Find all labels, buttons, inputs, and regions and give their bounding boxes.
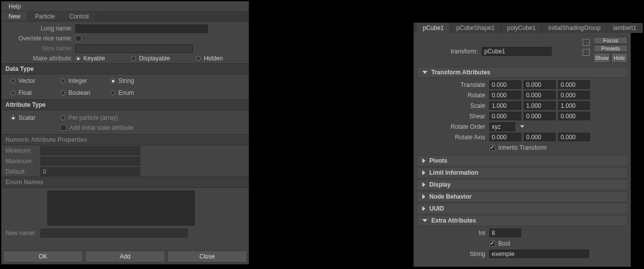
node-behavior-header[interactable]: Node Behavior (417, 191, 628, 202)
extra-bool-label: Bool (498, 240, 510, 247)
enum-names-list[interactable] (47, 191, 195, 226)
radio-integer[interactable] (60, 78, 65, 83)
pivots-header[interactable]: Pivots (417, 155, 628, 166)
extra-int-input[interactable] (489, 229, 521, 237)
numeric-props-header: Numeric Attribute Properties (1, 134, 249, 145)
shear-y-input[interactable] (524, 112, 556, 120)
select-output-icon[interactable] (583, 49, 590, 56)
override-nice-name-checkbox[interactable] (75, 35, 81, 41)
rotate-axis-y-input[interactable] (524, 133, 556, 141)
long-name-label: Long name: (5, 25, 75, 32)
chevron-right-icon (422, 182, 425, 187)
limit-info-header[interactable]: Limit Information (417, 167, 628, 178)
close-button[interactable]: Close (167, 251, 247, 263)
inherits-transform-label: Inherits Transform (498, 144, 547, 151)
extra-attributes-label: Extra Attributes (431, 217, 476, 224)
translate-x-input[interactable] (489, 80, 521, 89)
rotate-axis-label: Rotate Axis (417, 134, 489, 141)
chevron-down-icon (422, 219, 427, 222)
rotate-axis-x-input[interactable] (489, 133, 521, 141)
data-type-header: Data Type (1, 63, 249, 74)
presets-button[interactable]: Presets (594, 45, 628, 52)
translate-y-input[interactable] (524, 80, 556, 89)
radio-hidden[interactable] (196, 56, 201, 61)
translate-label: Translate (417, 81, 489, 88)
chevron-right-icon (422, 194, 425, 199)
translate-z-input[interactable] (558, 80, 590, 89)
rotate-axis-z-input[interactable] (558, 133, 590, 141)
radio-string[interactable] (110, 78, 115, 83)
add-initial-state-label: Add initial state attribute (69, 124, 133, 131)
hide-button[interactable]: Hide (611, 53, 628, 63)
default-input[interactable] (40, 167, 140, 176)
radio-boolean[interactable] (60, 90, 65, 95)
tab-pcube1[interactable]: pCube1 (417, 23, 450, 33)
add-button[interactable]: Add (85, 251, 165, 263)
scale-label: Scale (417, 102, 489, 109)
radio-scalar[interactable] (10, 115, 15, 120)
chevron-right-icon (422, 206, 425, 211)
scale-x-input[interactable] (489, 101, 521, 110)
uuid-label: UUID (429, 205, 444, 212)
uuid-header[interactable]: UUID (417, 203, 628, 214)
transform-attributes-header[interactable]: Transform Attributes (417, 67, 628, 78)
tab-new[interactable]: New (1, 11, 28, 21)
long-name-input[interactable] (75, 24, 208, 33)
tab-control[interactable]: Control (62, 11, 96, 21)
node-behavior-label: Node Behavior (429, 193, 472, 200)
new-name-input[interactable] (40, 229, 188, 238)
select-input-icon[interactable] (583, 39, 590, 46)
default-label: Default: (5, 168, 40, 175)
tab-polycube1[interactable]: polyCube1 (501, 23, 542, 33)
menu-help[interactable]: Help (4, 2, 25, 11)
rotate-x-input[interactable] (489, 91, 521, 99)
radio-vector[interactable] (10, 78, 15, 83)
add-attribute-dialog: Help New Particle Control Long name: Ove… (1, 1, 249, 265)
radio-scalar-label: Scalar (18, 114, 35, 121)
extra-bool-checkbox[interactable] (489, 241, 495, 247)
scale-z-input[interactable] (558, 101, 590, 110)
tab-particle[interactable]: Particle (28, 11, 62, 21)
minimum-label: Minimum: (5, 147, 40, 154)
scale-y-input[interactable] (524, 101, 556, 110)
tab-lambert1[interactable]: lambert1 (607, 23, 643, 33)
radio-string-label: String (118, 77, 134, 84)
minimum-input[interactable] (40, 146, 140, 155)
shear-z-input[interactable] (558, 112, 590, 120)
transform-attributes-label: Transform Attributes (431, 69, 490, 76)
radio-per-particle[interactable] (60, 115, 65, 120)
rotate-z-input[interactable] (558, 91, 590, 99)
rotate-order-label: Rotate Order (417, 123, 489, 130)
add-initial-state-checkbox[interactable] (60, 125, 66, 131)
chevron-right-icon (422, 170, 425, 175)
extra-string-input[interactable] (489, 250, 589, 258)
radio-displayable[interactable] (131, 56, 136, 61)
radio-float[interactable] (10, 90, 15, 95)
radio-integer-label: Integer (68, 77, 87, 84)
nice-name-input[interactable] (75, 44, 193, 53)
node-name-input[interactable] (482, 47, 552, 56)
radio-displayable-label: Displayable (139, 55, 170, 62)
tab-initialshadinggroup[interactable]: initialShadingGroup (542, 23, 607, 33)
radio-float-label: Float (18, 89, 32, 96)
extra-attributes-header[interactable]: Extra Attributes (417, 215, 628, 226)
make-attribute-label: Make attribute: (5, 55, 75, 62)
radio-boolean-label: Boolean (68, 89, 90, 96)
show-button[interactable]: Show (594, 53, 610, 63)
inherits-transform-checkbox[interactable] (489, 145, 495, 151)
shear-x-input[interactable] (489, 112, 521, 120)
rotate-order-select[interactable]: xyz (489, 122, 515, 131)
chevron-down-icon (422, 71, 427, 74)
maximum-input[interactable] (40, 157, 140, 166)
radio-keyable[interactable] (75, 56, 80, 61)
radio-per-particle-label: Per particle (array) (68, 114, 118, 121)
limit-info-label: Limit Information (429, 169, 478, 176)
focus-button[interactable]: Focus (594, 37, 628, 44)
display-header[interactable]: Display (417, 179, 628, 190)
rotate-y-input[interactable] (524, 91, 556, 99)
radio-enum-label: Enum (118, 89, 134, 96)
display-label: Display (429, 181, 451, 188)
tab-pcubeshape1[interactable]: pCubeShape1 (450, 23, 501, 33)
radio-enum[interactable] (110, 90, 115, 95)
ok-button[interactable]: OK (3, 251, 83, 263)
